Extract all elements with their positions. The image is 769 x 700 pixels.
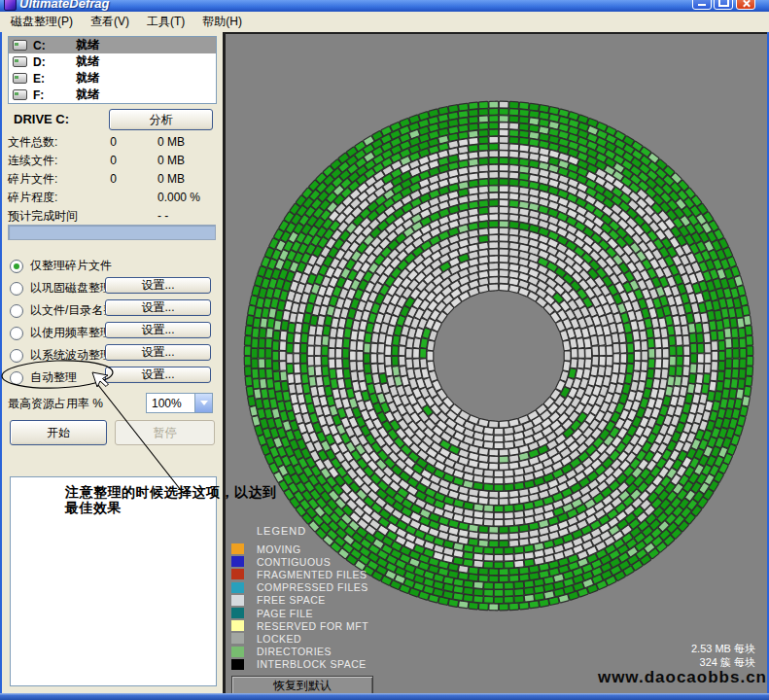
drive-row-0[interactable]: C: 就绪 xyxy=(9,37,216,53)
radio-1[interactable] xyxy=(10,282,23,296)
stat-size: 0 MB xyxy=(157,133,185,152)
menu-help[interactable]: 帮助(H) xyxy=(193,12,251,32)
menu-tools[interactable]: 工具(T) xyxy=(138,12,193,32)
block-size-info: 2.53 MB 每块 xyxy=(691,642,755,656)
drive-icon xyxy=(13,89,27,100)
settings-button-by-volatility[interactable]: 设置... xyxy=(105,344,211,361)
radio-2[interactable] xyxy=(10,304,23,318)
drive-listbox[interactable]: C: 就绪 D: 就绪 E: 就绪 F: 就绪 xyxy=(8,36,217,104)
legend-title: LEGEND xyxy=(257,525,368,537)
legend-swatch-1 xyxy=(231,556,244,567)
drive-status: 就绪 xyxy=(76,53,99,70)
legend-label: LOCKED xyxy=(257,633,301,645)
legend-item: INTERBLOCK SPACE xyxy=(231,658,368,671)
legend-swatch-4 xyxy=(231,595,244,606)
radio-label: 自动整理 xyxy=(30,369,77,386)
legend-swatch-3 xyxy=(231,582,244,593)
legend-swatch-0 xyxy=(231,543,244,554)
analyze-button[interactable]: 分析 xyxy=(109,109,213,130)
settings-button-consolidate[interactable]: 设置... xyxy=(105,277,211,294)
drive-stats: 文件总数:00 MB 连续文件:00 MB 碎片文件:00 MB 碎片程度:0.… xyxy=(8,133,216,226)
settings-button-by-name[interactable]: 设置... xyxy=(105,299,211,316)
minimize-icon xyxy=(698,4,706,6)
window-border-bottom[interactable] xyxy=(0,693,769,700)
drive-letter: D: xyxy=(33,55,76,69)
drive-icon xyxy=(13,40,27,51)
radio-0[interactable] xyxy=(10,260,23,273)
drive-status: 就绪 xyxy=(76,87,99,103)
legend-label: PAGE FILE xyxy=(257,608,313,619)
legend-item: FREE SPACE xyxy=(231,594,368,607)
stat-count: 0 xyxy=(78,152,117,170)
resource-usage-select[interactable]: 100% xyxy=(146,393,213,413)
legend-label: DIRECTORIES xyxy=(257,646,332,657)
maximize-button[interactable] xyxy=(714,0,733,10)
minimize-button[interactable] xyxy=(692,0,712,10)
legend-label: RESERVED FOR MFT xyxy=(257,620,368,632)
menu-disk-defrag[interactable]: 磁盘整理(P) xyxy=(2,12,82,32)
legend-swatch-5 xyxy=(231,608,244,618)
legend-swatch-8 xyxy=(231,647,244,657)
start-button[interactable]: 开始 xyxy=(10,420,107,445)
file-list-box[interactable] xyxy=(10,476,217,686)
stat-row: 文件总数:00 MB xyxy=(8,133,216,152)
legend-swatch-9 xyxy=(231,659,244,670)
settings-buttons: 设置... 设置... 设置... 设置... 设置... xyxy=(105,277,213,389)
progress-bar xyxy=(8,225,216,240)
stat-label: 文件总数: xyxy=(8,135,57,149)
watermark-text: www.daocaobbs.cn xyxy=(598,668,767,687)
radio-4[interactable] xyxy=(10,349,23,363)
radio-label: 仅整理碎片文件 xyxy=(30,258,112,274)
radio-row-fragmented-only[interactable]: 仅整理碎片文件 xyxy=(10,255,219,277)
stat-size: 0 MB xyxy=(157,170,185,189)
stat-size: 0.000 % xyxy=(157,189,200,207)
pause-button[interactable]: 暂停 xyxy=(115,420,215,445)
radio-3[interactable] xyxy=(10,327,23,340)
legend-label: INTERBLOCK SPACE xyxy=(257,658,367,670)
dropdown-button[interactable] xyxy=(194,394,212,412)
stat-size: 0 MB xyxy=(157,152,185,170)
legend-item: CONTIGUOUS xyxy=(231,555,368,568)
legend-item: DIRECTORIES xyxy=(231,646,368,658)
drive-icon xyxy=(13,56,27,67)
stat-label: 连续文件: xyxy=(8,154,57,167)
window-border-left xyxy=(0,32,2,693)
radio-label: 以系统波动整理 xyxy=(30,347,112,364)
legend-item: RESERVED FOR MFT xyxy=(231,619,368,632)
legend-swatch-7 xyxy=(231,633,244,644)
restore-default-button[interactable]: 恢复到默认 xyxy=(231,676,373,695)
radio-5[interactable] xyxy=(10,371,23,385)
drive-letter: F: xyxy=(33,88,76,102)
settings-button-by-frequency[interactable]: 设置... xyxy=(105,322,211,338)
legend-label: CONTIGUOUS xyxy=(257,556,331,568)
stat-count: 0 xyxy=(78,170,117,189)
drive-status: 就绪 xyxy=(76,37,99,53)
drive-info-title: DRIVE C: xyxy=(14,112,69,126)
stat-row: 碎片程度:0.000 % xyxy=(8,189,216,207)
stat-label: 碎片程度: xyxy=(8,191,57,204)
stat-label: 碎片文件: xyxy=(8,172,57,186)
maximize-icon xyxy=(718,0,729,7)
legend: LEGEND MOVING CONTIGUOUS FRAGMENTED FILE… xyxy=(231,525,368,671)
close-button[interactable] xyxy=(736,0,755,10)
drive-row-2[interactable]: E: 就绪 xyxy=(9,70,216,87)
resource-usage-label: 最高资源占用率 % xyxy=(8,396,103,412)
stat-label: 预计完成时间 xyxy=(8,209,78,223)
title-bar[interactable]: UltimateDefrag xyxy=(0,0,769,12)
stat-row: 连续文件:00 MB xyxy=(8,152,216,170)
legend-label: FREE SPACE xyxy=(257,594,326,606)
legend-swatch-6 xyxy=(231,620,244,631)
legend-item: PAGE FILE xyxy=(231,607,368,619)
legend-item: FRAGMENTED FILES xyxy=(231,568,368,580)
drive-row-1[interactable]: D: 就绪 xyxy=(9,53,216,70)
app-icon xyxy=(4,0,17,11)
drive-row-3[interactable]: F: 就绪 xyxy=(9,87,216,103)
window-title: UltimateDefrag xyxy=(19,0,109,11)
legend-label: COMPRESSED FILES xyxy=(257,581,368,593)
settings-button-auto[interactable]: 设置... xyxy=(105,367,211,383)
legend-swatch-2 xyxy=(231,569,244,579)
drive-status: 就绪 xyxy=(76,70,99,87)
menu-view[interactable]: 查看(V) xyxy=(82,12,138,32)
stat-row: 碎片文件:00 MB xyxy=(8,170,216,189)
drive-letter: E: xyxy=(33,72,76,86)
